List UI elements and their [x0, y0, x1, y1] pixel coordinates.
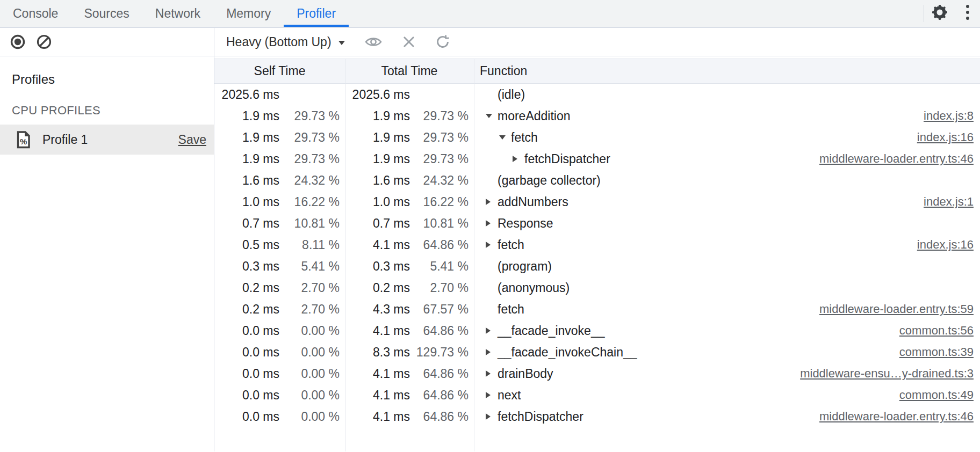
self-time-ms: 0.3 ms: [214, 259, 279, 274]
function-cell: (idle): [474, 88, 980, 102]
exclude-selected-button[interactable]: [402, 35, 416, 49]
self-time-cell: 0.5 ms8.11 %: [214, 238, 345, 252]
self-time-pct: 8.11 %: [279, 238, 345, 252]
record-button[interactable]: [10, 34, 26, 50]
table-row[interactable]: 2025.6 ms2025.6 ms(idle): [214, 84, 980, 105]
self-time-pct: 29.73 %: [279, 130, 345, 145]
function-cell: fetchDispatchermiddleware-loader.entry.t…: [474, 410, 980, 424]
source-location-link[interactable]: index.js:8: [924, 109, 980, 123]
self-time-pct: 10.81 %: [279, 216, 345, 231]
tree-expand-arrow-icon[interactable]: [486, 114, 496, 118]
function-name: (anonymous): [498, 281, 570, 295]
tab-memory[interactable]: Memory: [213, 0, 284, 27]
source-location-link[interactable]: middleware-loader.entry.ts:46: [819, 410, 980, 424]
tree-expand-arrow-icon[interactable]: [486, 413, 496, 420]
refresh-icon: [435, 34, 450, 49]
table-row[interactable]: 0.5 ms8.11 %4.1 ms64.86 %fetchindex.js:1…: [214, 234, 980, 256]
tab-console[interactable]: Console: [0, 0, 71, 27]
function-name: (idle): [498, 88, 525, 102]
source-location-link[interactable]: common.ts:49: [899, 388, 980, 402]
function-cell: (anonymous): [474, 281, 980, 295]
function-name: (program): [498, 259, 552, 274]
function-name: fetch: [498, 302, 524, 317]
focus-selected-button[interactable]: [364, 35, 383, 48]
self-time-ms: 1.9 ms: [214, 130, 279, 145]
tab-profiler[interactable]: Profiler: [284, 0, 349, 27]
tree-expand-arrow-icon[interactable]: [486, 370, 496, 377]
total-time-ms: 4.3 ms: [345, 302, 410, 317]
source-location-link[interactable]: index.js:16: [917, 238, 980, 252]
tree-expand-arrow-icon[interactable]: [486, 349, 496, 355]
source-location-link[interactable]: middleware-loader.entry.ts:46: [819, 152, 980, 166]
total-time-ms: 1.9 ms: [345, 109, 410, 123]
table-row[interactable]: 0.3 ms5.41 %0.3 ms5.41 %(program): [214, 256, 980, 277]
source-location-link[interactable]: middleware-loader.entry.ts:59: [819, 302, 980, 316]
self-time-ms: 0.7 ms: [214, 216, 279, 231]
tree-expand-arrow-icon[interactable]: [486, 242, 496, 248]
column-header-total-time[interactable]: Total Time: [345, 59, 474, 83]
profiler-toolbar-right: Heavy (Bottom Up): [214, 28, 980, 56]
total-time-pct: 16.22 %: [410, 195, 474, 209]
function-cell: Response: [474, 216, 980, 231]
source-location-link[interactable]: index.js:1: [924, 195, 980, 209]
table-row[interactable]: 0.0 ms0.00 %4.1 ms64.86 %fetchDispatcher…: [214, 406, 980, 427]
function-name: __facade_invokeChain__: [498, 345, 637, 360]
view-mode-select[interactable]: Heavy (Bottom Up): [226, 35, 345, 49]
table-row[interactable]: 0.0 ms0.00 %4.1 ms64.86 %__facade_invoke…: [214, 320, 980, 341]
sidebar-item-profile-1[interactable]: % Profile 1 Save: [0, 125, 214, 155]
table-row[interactable]: 0.2 ms2.70 %0.2 ms2.70 %(anonymous): [214, 277, 980, 298]
save-profile-link[interactable]: Save: [178, 133, 206, 147]
self-time-cell: 2025.6 ms: [214, 88, 345, 102]
total-time-pct: 64.86 %: [410, 410, 474, 424]
tree-expand-arrow-icon[interactable]: [499, 135, 510, 140]
profile-name: Profile 1: [42, 133, 178, 147]
self-time-ms: 1.9 ms: [214, 109, 279, 123]
total-time-cell: 4.1 ms64.86 %: [345, 238, 474, 252]
table-row[interactable]: 1.9 ms29.73 %1.9 ms29.73 %fetchDispatche…: [214, 148, 980, 170]
tree-expand-arrow-icon[interactable]: [486, 199, 496, 205]
column-header-self-time[interactable]: Self Time: [214, 59, 345, 83]
settings-button[interactable]: [924, 0, 955, 27]
table-row[interactable]: 0.0 ms0.00 %8.3 ms129.73 %__facade_invok…: [214, 341, 980, 363]
self-time-ms: 0.0 ms: [214, 367, 279, 381]
table-row[interactable]: 0.0 ms0.00 %4.1 ms64.86 %drainBodymiddle…: [214, 363, 980, 384]
table-row[interactable]: 1.6 ms24.32 %1.6 ms24.32 %(garbage colle…: [214, 170, 980, 191]
self-time-ms: 1.9 ms: [214, 152, 279, 166]
restore-all-button[interactable]: [435, 34, 450, 49]
total-time-cell: 0.7 ms10.81 %: [345, 216, 474, 231]
source-location-link[interactable]: middleware-ensu…y-drained.ts:3: [800, 367, 980, 381]
table-row[interactable]: 1.9 ms29.73 %1.9 ms29.73 %fetchindex.js:…: [214, 127, 980, 148]
self-time-cell: 0.0 ms0.00 %: [214, 388, 345, 403]
self-time-ms: 0.0 ms: [214, 345, 279, 360]
self-time-pct: 0.00 %: [279, 410, 345, 424]
self-time-cell: 0.0 ms0.00 %: [214, 410, 345, 424]
table-row[interactable]: 1.0 ms16.22 %1.0 ms16.22 %addNumbersinde…: [214, 191, 980, 213]
self-time-pct: 0.00 %: [279, 388, 345, 403]
self-time-cell: 0.0 ms0.00 %: [214, 324, 345, 338]
table-row[interactable]: 0.2 ms2.70 %4.3 ms67.57 %fetchmiddleware…: [214, 298, 980, 320]
self-time-cell: 0.7 ms10.81 %: [214, 216, 345, 231]
table-row[interactable]: 0.0 ms0.00 %4.1 ms64.86 %nextcommon.ts:4…: [214, 384, 980, 406]
clear-profiles-button[interactable]: [36, 34, 52, 50]
tab-sources[interactable]: Sources: [71, 0, 142, 27]
function-name: drainBody: [498, 367, 553, 381]
function-name: fetch: [498, 238, 524, 252]
total-time-ms: 0.3 ms: [345, 259, 410, 274]
grid-header: Self Time Total Time Function: [214, 59, 980, 84]
table-row[interactable]: 0.7 ms10.81 %0.7 ms10.81 %Response: [214, 213, 980, 234]
source-location-link[interactable]: common.ts:56: [899, 324, 980, 338]
self-time-cell: 0.2 ms2.70 %: [214, 281, 345, 295]
tree-expand-arrow-icon[interactable]: [486, 327, 496, 334]
tree-indent: [486, 137, 499, 138]
tree-expand-arrow-icon[interactable]: [486, 220, 496, 227]
more-options-button[interactable]: [955, 0, 980, 27]
table-row[interactable]: 1.9 ms29.73 %1.9 ms29.73 %moreAdditionin…: [214, 105, 980, 127]
tree-expand-arrow-icon[interactable]: [513, 156, 523, 162]
tree-expand-arrow-icon[interactable]: [486, 392, 496, 398]
source-location-link[interactable]: index.js:16: [917, 130, 980, 144]
profiler-toolbar: Heavy (Bottom Up): [0, 28, 980, 56]
tab-network[interactable]: Network: [142, 0, 213, 27]
column-header-function[interactable]: Function: [474, 59, 980, 83]
total-time-ms: 4.1 ms: [345, 410, 410, 424]
source-location-link[interactable]: common.ts:39: [899, 345, 980, 359]
